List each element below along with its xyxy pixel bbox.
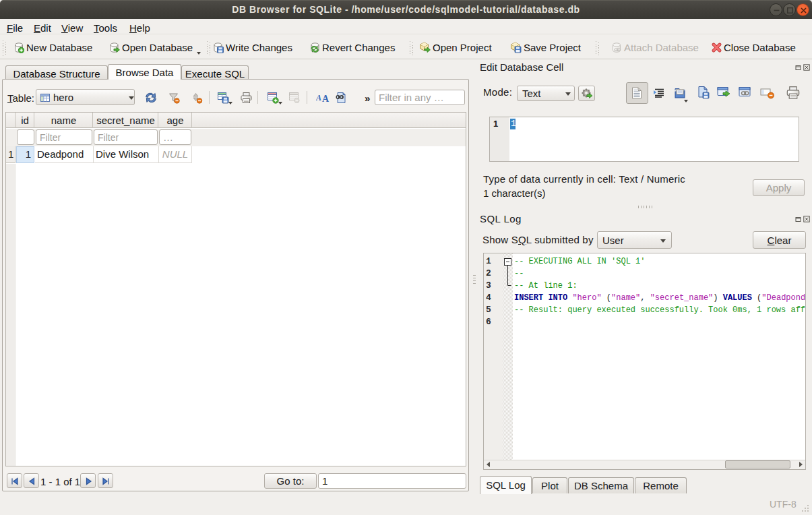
svg-text:A: A	[322, 94, 330, 104]
svg-text:A: A	[316, 93, 321, 102]
